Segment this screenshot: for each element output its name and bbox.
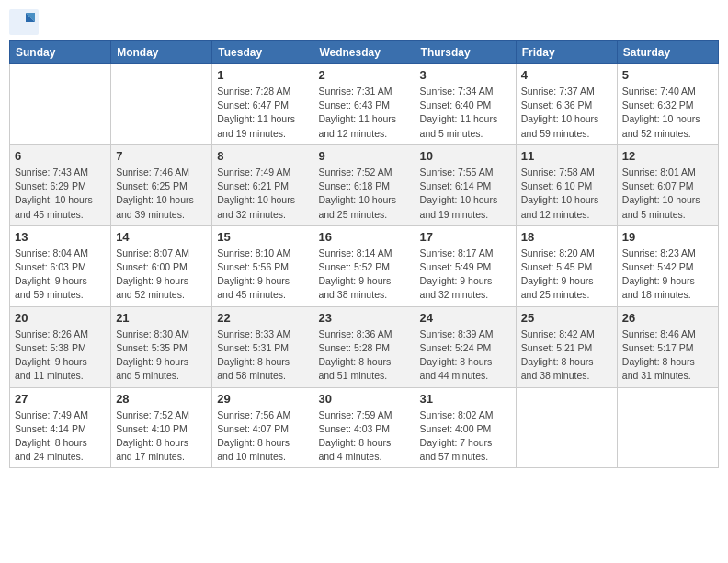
- day-info: Sunrise: 8:46 AM Sunset: 5:17 PM Dayligh…: [622, 327, 713, 384]
- logo-icon: [9, 9, 39, 35]
- calendar-week-2: 6Sunrise: 7:43 AM Sunset: 6:29 PM Daylig…: [10, 144, 719, 225]
- day-info: Sunrise: 7:56 AM Sunset: 4:07 PM Dayligh…: [217, 408, 308, 465]
- day-info: Sunrise: 8:10 AM Sunset: 5:56 PM Dayligh…: [217, 247, 308, 303]
- date-number: 20: [15, 311, 106, 325]
- date-number: 18: [521, 230, 612, 244]
- day-info: Sunrise: 8:26 AM Sunset: 5:38 PM Dayligh…: [15, 327, 106, 384]
- date-number: 8: [217, 149, 308, 163]
- calendar-cell: 26Sunrise: 8:46 AM Sunset: 5:17 PM Dayli…: [617, 306, 718, 387]
- calendar-cell: 2Sunrise: 7:31 AM Sunset: 6:43 PM Daylig…: [313, 64, 415, 145]
- calendar-cell: 31Sunrise: 8:02 AM Sunset: 4:00 PM Dayli…: [415, 387, 516, 468]
- calendar-cell: [617, 387, 718, 468]
- day-info: Sunrise: 7:58 AM Sunset: 6:10 PM Dayligh…: [521, 166, 612, 222]
- calendar-cell: 30Sunrise: 7:59 AM Sunset: 4:03 PM Dayli…: [313, 387, 415, 468]
- calendar-cell: 23Sunrise: 8:36 AM Sunset: 5:28 PM Dayli…: [313, 306, 415, 387]
- calendar-cell: 22Sunrise: 8:33 AM Sunset: 5:31 PM Dayli…: [212, 306, 313, 387]
- day-info: Sunrise: 8:04 AM Sunset: 6:03 PM Dayligh…: [15, 247, 106, 303]
- date-number: 16: [318, 230, 409, 244]
- column-header-monday: Monday: [111, 41, 212, 64]
- column-header-sunday: Sunday: [10, 41, 111, 64]
- calendar-cell: 12Sunrise: 8:01 AM Sunset: 6:07 PM Dayli…: [617, 144, 718, 225]
- date-number: 3: [420, 68, 511, 82]
- calendar-cell: 4Sunrise: 7:37 AM Sunset: 6:36 PM Daylig…: [516, 64, 617, 145]
- calendar-cell: 17Sunrise: 8:17 AM Sunset: 5:49 PM Dayli…: [415, 225, 516, 306]
- calendar-cell: 24Sunrise: 8:39 AM Sunset: 5:24 PM Dayli…: [415, 306, 516, 387]
- calendar-header-row: SundayMondayTuesdayWednesdayThursdayFrid…: [10, 41, 719, 64]
- day-info: Sunrise: 8:02 AM Sunset: 4:00 PM Dayligh…: [420, 408, 511, 465]
- calendar-cell: 7Sunrise: 7:46 AM Sunset: 6:25 PM Daylig…: [111, 144, 212, 225]
- date-number: 25: [521, 311, 612, 325]
- calendar-cell: 8Sunrise: 7:49 AM Sunset: 6:21 PM Daylig…: [212, 144, 313, 225]
- calendar-cell: 1Sunrise: 7:28 AM Sunset: 6:47 PM Daylig…: [212, 64, 313, 145]
- calendar-week-5: 27Sunrise: 7:49 AM Sunset: 4:14 PM Dayli…: [10, 387, 719, 468]
- column-header-tuesday: Tuesday: [212, 41, 313, 64]
- page-header: [9, 9, 719, 35]
- date-number: 22: [217, 311, 308, 325]
- column-header-thursday: Thursday: [415, 41, 516, 64]
- day-info: Sunrise: 7:34 AM Sunset: 6:40 PM Dayligh…: [420, 85, 511, 141]
- calendar-cell: 18Sunrise: 8:20 AM Sunset: 5:45 PM Dayli…: [516, 225, 617, 306]
- calendar-cell: 9Sunrise: 7:52 AM Sunset: 6:18 PM Daylig…: [313, 144, 415, 225]
- column-header-friday: Friday: [516, 41, 617, 64]
- calendar-cell: 21Sunrise: 8:30 AM Sunset: 5:35 PM Dayli…: [111, 306, 212, 387]
- day-info: Sunrise: 8:36 AM Sunset: 5:28 PM Dayligh…: [318, 327, 409, 384]
- calendar-cell: 16Sunrise: 8:14 AM Sunset: 5:52 PM Dayli…: [313, 225, 415, 306]
- day-info: Sunrise: 8:20 AM Sunset: 5:45 PM Dayligh…: [521, 247, 612, 303]
- calendar-cell: 6Sunrise: 7:43 AM Sunset: 6:29 PM Daylig…: [10, 144, 111, 225]
- calendar-cell: 19Sunrise: 8:23 AM Sunset: 5:42 PM Dayli…: [617, 225, 718, 306]
- date-number: 19: [622, 230, 713, 244]
- calendar-cell: 28Sunrise: 7:52 AM Sunset: 4:10 PM Dayli…: [111, 387, 212, 468]
- day-info: Sunrise: 8:42 AM Sunset: 5:21 PM Dayligh…: [521, 327, 612, 384]
- date-number: 12: [622, 149, 713, 163]
- calendar-week-1: 1Sunrise: 7:28 AM Sunset: 6:47 PM Daylig…: [10, 64, 719, 145]
- calendar-cell: 3Sunrise: 7:34 AM Sunset: 6:40 PM Daylig…: [415, 64, 516, 145]
- day-info: Sunrise: 7:28 AM Sunset: 6:47 PM Dayligh…: [217, 85, 308, 141]
- day-info: Sunrise: 8:23 AM Sunset: 5:42 PM Dayligh…: [622, 247, 713, 303]
- day-info: Sunrise: 7:52 AM Sunset: 6:18 PM Dayligh…: [318, 166, 409, 222]
- date-number: 17: [420, 230, 511, 244]
- day-info: Sunrise: 7:59 AM Sunset: 4:03 PM Dayligh…: [318, 408, 409, 465]
- day-info: Sunrise: 8:07 AM Sunset: 6:00 PM Dayligh…: [116, 247, 207, 303]
- date-number: 1: [217, 68, 308, 82]
- date-number: 24: [420, 311, 511, 325]
- date-number: 14: [116, 230, 207, 244]
- calendar-body: 1Sunrise: 7:28 AM Sunset: 6:47 PM Daylig…: [10, 64, 719, 468]
- calendar-cell: 29Sunrise: 7:56 AM Sunset: 4:07 PM Dayli…: [212, 387, 313, 468]
- day-info: Sunrise: 7:49 AM Sunset: 4:14 PM Dayligh…: [15, 408, 106, 465]
- day-info: Sunrise: 7:43 AM Sunset: 6:29 PM Dayligh…: [15, 166, 106, 222]
- calendar-cell: 27Sunrise: 7:49 AM Sunset: 4:14 PM Dayli…: [10, 387, 111, 468]
- date-number: 13: [15, 230, 106, 244]
- date-number: 5: [622, 68, 713, 82]
- date-number: 28: [116, 392, 207, 406]
- date-number: 4: [521, 68, 612, 82]
- day-info: Sunrise: 7:55 AM Sunset: 6:14 PM Dayligh…: [420, 166, 511, 222]
- day-info: Sunrise: 7:52 AM Sunset: 4:10 PM Dayligh…: [116, 408, 207, 465]
- day-info: Sunrise: 8:17 AM Sunset: 5:49 PM Dayligh…: [420, 247, 511, 303]
- calendar-table: SundayMondayTuesdayWednesdayThursdayFrid…: [9, 40, 719, 468]
- day-info: Sunrise: 8:01 AM Sunset: 6:07 PM Dayligh…: [622, 166, 713, 222]
- calendar-cell: 15Sunrise: 8:10 AM Sunset: 5:56 PM Dayli…: [212, 225, 313, 306]
- calendar-cell: 11Sunrise: 7:58 AM Sunset: 6:10 PM Dayli…: [516, 144, 617, 225]
- day-info: Sunrise: 7:31 AM Sunset: 6:43 PM Dayligh…: [318, 85, 409, 141]
- date-number: 27: [15, 392, 106, 406]
- calendar-cell: [516, 387, 617, 468]
- date-number: 15: [217, 230, 308, 244]
- column-header-wednesday: Wednesday: [313, 41, 415, 64]
- calendar-cell: 20Sunrise: 8:26 AM Sunset: 5:38 PM Dayli…: [10, 306, 111, 387]
- day-info: Sunrise: 7:46 AM Sunset: 6:25 PM Dayligh…: [116, 166, 207, 222]
- calendar-cell: 13Sunrise: 8:04 AM Sunset: 6:03 PM Dayli…: [10, 225, 111, 306]
- calendar-cell: 14Sunrise: 8:07 AM Sunset: 6:00 PM Dayli…: [111, 225, 212, 306]
- calendar-cell: 10Sunrise: 7:55 AM Sunset: 6:14 PM Dayli…: [415, 144, 516, 225]
- date-number: 23: [318, 311, 409, 325]
- calendar-week-3: 13Sunrise: 8:04 AM Sunset: 6:03 PM Dayli…: [10, 225, 719, 306]
- date-number: 30: [318, 392, 409, 406]
- day-info: Sunrise: 8:30 AM Sunset: 5:35 PM Dayligh…: [116, 327, 207, 384]
- day-info: Sunrise: 8:14 AM Sunset: 5:52 PM Dayligh…: [318, 247, 409, 303]
- date-number: 7: [116, 149, 207, 163]
- date-number: 2: [318, 68, 409, 82]
- calendar-cell: [10, 64, 111, 145]
- date-number: 29: [217, 392, 308, 406]
- logo: [9, 9, 42, 35]
- calendar-week-4: 20Sunrise: 8:26 AM Sunset: 5:38 PM Dayli…: [10, 306, 719, 387]
- date-number: 10: [420, 149, 511, 163]
